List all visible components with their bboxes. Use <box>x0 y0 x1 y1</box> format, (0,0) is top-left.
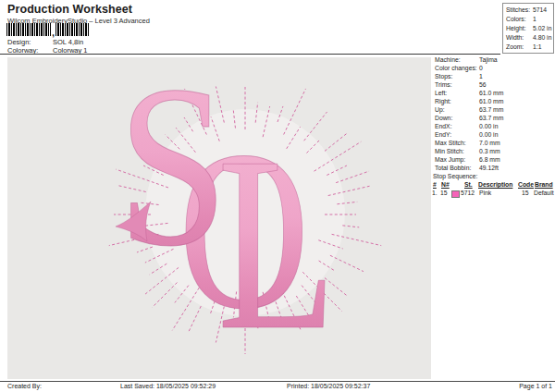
col-needle: N# <box>441 181 450 188</box>
total-bobbin-row: Total Bobbin:49.12ft <box>435 164 553 172</box>
page-title: Production Worksheet <box>7 3 132 16</box>
max-jump-row: Max Jump:6.8 mm <box>435 155 553 164</box>
footer-printed: Printed: 18/05/2025 09:52:37 <box>287 383 370 389</box>
right-row: Right:61.0 mm <box>435 97 553 105</box>
summary-row-colors: Colors:1 <box>506 15 553 24</box>
summary-row-width: Width:4.80 in <box>506 33 553 43</box>
stop-num: 1. <box>432 190 438 196</box>
stop-code: 15 <box>522 190 529 196</box>
footer-page-number: Page 1 of 1 <box>519 383 552 389</box>
summary-row-stitches: Stitches:5714 <box>506 6 553 15</box>
barcode-bars-left <box>6 23 51 36</box>
summary-row-height: Height:5.02 in <box>506 24 553 33</box>
barcode-bars-right <box>56 23 90 36</box>
stop-description: Pink <box>479 190 491 196</box>
thread-color-swatch <box>451 190 460 198</box>
machine-row: Machine:Tajima <box>435 55 553 64</box>
footer-divider <box>0 381 555 382</box>
left-row: Left:61.0 mm <box>435 89 553 97</box>
design-name: SOL 4,8in <box>53 38 83 46</box>
stop-thread-number: 5712 <box>461 190 475 196</box>
stop-sequence-title: Stop Sequence: <box>433 173 477 179</box>
summary-row-zoom: Zoom:1:1 <box>506 43 553 52</box>
design-preview-canvas: O S L <box>7 57 431 379</box>
production-worksheet-page: Production Worksheet Wilcom EmbroiderySt… <box>0 0 555 392</box>
min-stitch-row: Min Stitch:0.3 mm <box>435 147 553 155</box>
design-label: Design: <box>7 38 31 46</box>
col-num: # <box>433 181 437 188</box>
up-row: Up:63.7 mm <box>435 105 553 114</box>
down-row: Down:63.7 mm <box>435 114 553 122</box>
design-summary-box: Stitches:5714 Colors:1 Height:5.02 in Wi… <box>502 3 554 54</box>
endx-row: EndX:0.00 in <box>435 122 553 130</box>
col-code: Code <box>518 181 534 188</box>
col-description: Description <box>478 181 512 188</box>
footer-created-by: Created By: <box>7 383 42 389</box>
machine-info-panel: Machine:Tajima Color changes:0 Stops:1 T… <box>435 55 553 172</box>
sol-monogram-artwork: O S L <box>79 57 384 362</box>
design-barcode: , <box>6 23 90 36</box>
endy-row: EndY:0.00 in <box>435 130 553 139</box>
stops-row: Stops:1 <box>435 72 553 80</box>
monogram-letter-s: S <box>117 38 228 294</box>
col-brand: Brand <box>535 181 553 188</box>
stop-brand: Default <box>534 190 554 196</box>
color-changes-row: Color changes:0 <box>435 64 553 72</box>
col-stitch: St. <box>464 181 473 188</box>
header-divider <box>0 54 500 55</box>
monogram-letter-l: L <box>217 104 337 381</box>
trims-row: Trims:56 <box>435 80 553 89</box>
stop-needle: 15 <box>440 190 448 196</box>
footer-last-saved: Last Saved: 18/05/2025 09:52:29 <box>120 383 216 389</box>
max-stitch-row: Max Stitch:7.0 mm <box>435 139 553 147</box>
